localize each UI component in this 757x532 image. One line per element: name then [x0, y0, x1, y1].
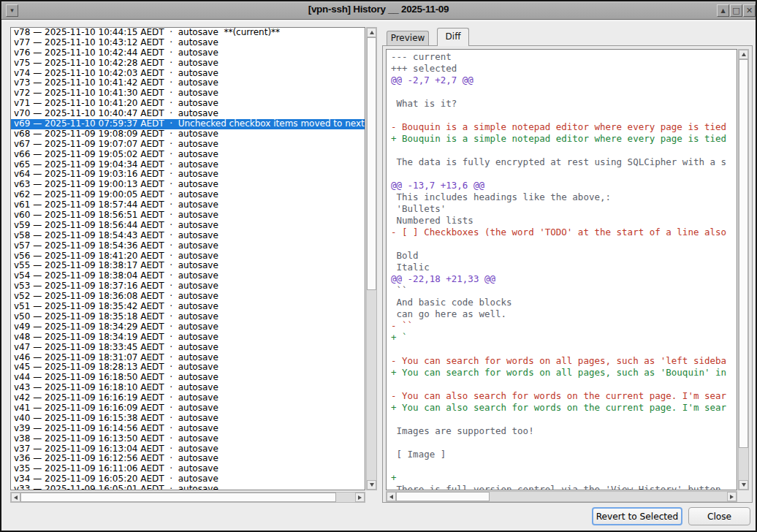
history-vscroll-thumb[interactable]	[367, 37, 376, 290]
scroll-up-icon	[370, 31, 374, 34]
history-item[interactable]: v59 — 2025-11-09 18:56:44 AEDT · autosav…	[11, 221, 365, 231]
history-item[interactable]: v77 — 2025-11-10 10:43:12 AEDT · autosav…	[11, 38, 365, 48]
scroll-down-button[interactable]	[367, 480, 376, 490]
scroll-down-icon	[742, 483, 746, 487]
history-item[interactable]: v72 — 2025-11-10 10:41:30 AEDT · autosav…	[11, 88, 365, 99]
diff-line: 'Bullets'	[391, 203, 737, 215]
history-item[interactable]: v44 — 2025-11-09 16:18:50 AEDT · autosav…	[11, 373, 365, 383]
history-hscroll-thumb[interactable]	[20, 493, 336, 502]
titlebar[interactable]: ▾ [vpn-ssh] History __ 2025-11-09 ▲ □ ✕	[1, 1, 756, 20]
history-list[interactable]: v78 — 2025-11-10 10:44:15 AEDT · autosav…	[10, 27, 365, 490]
maximize-button[interactable]: □	[730, 4, 742, 17]
diff-line: And basic code blocks	[391, 297, 737, 308]
history-item[interactable]: v58 — 2025-11-09 18:54:43 AEDT · autosav…	[11, 231, 365, 241]
history-item[interactable]: v60 — 2025-11-09 18:56:51 AEDT · autosav…	[11, 210, 365, 221]
scroll-right-button[interactable]	[727, 492, 737, 501]
diff-line: - [ ] Checkboxes (the word 'TODO' at the…	[391, 227, 737, 238]
window-title: [vpn-ssh] History __ 2025-11-09	[1, 4, 756, 15]
history-item[interactable]: v42 — 2025-11-09 16:16:19 AEDT · autosav…	[11, 393, 365, 403]
history-item[interactable]: v68 — 2025-11-09 19:08:09 AEDT · autosav…	[11, 129, 365, 140]
diff-line: - Bouquin is a simple notepad editor whe…	[391, 121, 737, 133]
diff-line	[391, 110, 737, 121]
diff-line: Bold	[391, 250, 737, 262]
history-item[interactable]: v62 — 2025-11-09 19:00:05 AEDT · autosav…	[11, 190, 365, 200]
diff-line	[391, 86, 737, 98]
diff-line: The data is fully encrypted at rest usin…	[391, 156, 737, 168]
history-item[interactable]: v39 — 2025-11-09 16:14:56 AEDT · autosav…	[11, 424, 365, 434]
diff-line	[391, 414, 737, 425]
close-window-button[interactable]: ✕	[743, 4, 756, 17]
history-item[interactable]: v38 — 2025-11-09 16:13:50 AEDT · autosav…	[11, 434, 365, 444]
diff-line: Images are supported too!	[391, 425, 737, 437]
scroll-up-button[interactable]	[367, 28, 376, 37]
history-item[interactable]: v45 — 2025-11-09 18:28:13 AEDT · autosav…	[11, 362, 365, 373]
diff-hscroll-thumb[interactable]	[396, 492, 490, 501]
diff-vscroll-thumb[interactable]	[739, 59, 748, 448]
history-item[interactable]: v63 — 2025-11-09 19:00:13 AEDT · autosav…	[11, 180, 365, 190]
history-item[interactable]: v76 — 2025-11-10 10:42:44 AEDT · autosav…	[11, 48, 365, 58]
history-item[interactable]: v40 — 2025-11-09 16:15:38 AEDT · autosav…	[11, 414, 365, 424]
history-item[interactable]: v74 — 2025-11-10 10:42:03 AEDT · autosav…	[11, 69, 365, 79]
diff-line	[391, 460, 737, 472]
history-item[interactable]: v49 — 2025-11-09 18:34:29 AEDT · autosav…	[11, 322, 365, 332]
diff-line	[391, 379, 737, 390]
history-window: ▾ [vpn-ssh] History __ 2025-11-09 ▲ □ ✕ …	[0, 0, 757, 532]
scroll-up-button[interactable]	[739, 50, 748, 59]
close-button[interactable]: Close	[688, 507, 750, 525]
history-item[interactable]: v54 — 2025-11-09 18:38:04 AEDT · autosav…	[11, 271, 365, 281]
diff-horizontal-scrollbar[interactable]	[386, 491, 737, 502]
history-item[interactable]: v36 — 2025-11-09 16:12:56 AEDT · autosav…	[11, 454, 365, 464]
diff-text[interactable]: --- current+++ selected@@ -2,7 +2,7 @@ W…	[386, 49, 737, 490]
history-item[interactable]: v34 — 2025-11-09 16:05:20 AEDT · autosav…	[11, 474, 365, 484]
history-item[interactable]: v37 — 2025-11-09 16:13:04 AEDT · autosav…	[11, 444, 365, 455]
scroll-up-icon	[742, 53, 746, 56]
history-item[interactable]: v73 — 2025-11-10 10:41:42 AEDT · autosav…	[11, 78, 365, 88]
scroll-left-button[interactable]	[11, 493, 20, 502]
history-item[interactable]: v33 — 2025-11-09 16:05:01 AEDT · autosav…	[11, 484, 365, 490]
history-item[interactable]: v35 — 2025-11-09 16:11:06 AEDT · autosav…	[11, 464, 365, 474]
history-item[interactable]: v51 — 2025-11-09 18:35:42 AEDT · autosav…	[11, 302, 365, 312]
history-item[interactable]: v67 — 2025-11-09 19:07:07 AEDT · autosav…	[11, 140, 365, 150]
maximize-icon: □	[732, 7, 739, 15]
history-item[interactable]: v75 — 2025-11-10 10:42:28 AEDT · autosav…	[11, 58, 365, 69]
history-item[interactable]: v71 — 2025-11-10 10:41:20 AEDT · autosav…	[11, 99, 365, 109]
history-item[interactable]: v56 — 2025-11-09 18:41:20 AEDT · autosav…	[11, 251, 365, 262]
diff-line: [ Image ]	[391, 449, 737, 460]
scroll-left-button[interactable]	[387, 492, 396, 501]
scroll-down-icon	[370, 483, 374, 487]
diff-line	[391, 145, 737, 156]
shade-button[interactable]: ▲	[717, 4, 729, 17]
history-item[interactable]: v50 — 2025-11-09 18:35:18 AEDT · autosav…	[11, 312, 365, 322]
diff-line: + `	[391, 332, 737, 343]
scroll-down-button[interactable]	[739, 480, 748, 490]
shade-icon: ▲	[720, 8, 725, 14]
diff-line	[391, 238, 737, 250]
history-vertical-scrollbar[interactable]	[366, 27, 377, 490]
diff-line	[391, 343, 737, 355]
history-item[interactable]: v64 — 2025-11-09 19:03:16 AEDT · autosav…	[11, 170, 365, 180]
scroll-left-icon	[389, 495, 393, 499]
history-item[interactable]: v66 — 2025-11-09 19:05:02 AEDT · autosav…	[11, 150, 365, 160]
history-item[interactable]: v53 — 2025-11-09 18:37:16 AEDT · autosav…	[11, 281, 365, 292]
diff-line: What is it?	[391, 98, 737, 110]
history-horizontal-scrollbar[interactable]	[10, 492, 365, 503]
scroll-right-button[interactable]	[355, 493, 365, 502]
tab-preview[interactable]: Preview	[387, 31, 429, 45]
history-item[interactable]: v47 — 2025-11-09 18:33:45 AEDT · autosav…	[11, 343, 365, 353]
history-item[interactable]: v78 — 2025-11-10 10:44:15 AEDT · autosav…	[11, 28, 365, 38]
history-item[interactable]: v61 — 2025-11-09 18:57:44 AEDT · autosav…	[11, 200, 365, 210]
history-item[interactable]: v57 — 2025-11-09 18:54:36 AEDT · autosav…	[11, 241, 365, 251]
history-item[interactable]: v43 — 2025-11-09 16:18:10 AEDT · autosav…	[11, 383, 365, 393]
history-item[interactable]: v41 — 2025-11-09 16:16:09 AEDT · autosav…	[11, 403, 365, 414]
history-item[interactable]: v69 — 2025-11-10 07:59:37 AEDT · Uncheck…	[11, 119, 365, 129]
history-item[interactable]: v52 — 2025-11-09 18:36:08 AEDT · autosav…	[11, 292, 365, 302]
revert-to-selected-button[interactable]: Revert to Selected	[592, 507, 682, 525]
history-item[interactable]: v48 — 2025-11-09 18:34:19 AEDT · autosav…	[11, 332, 365, 343]
history-item[interactable]: v46 — 2025-11-09 18:31:07 AEDT · autosav…	[11, 353, 365, 363]
window-content: v78 — 2025-11-10 10:44:15 AEDT · autosav…	[1, 20, 756, 531]
history-item[interactable]: v70 — 2025-11-10 10:40:47 AEDT · autosav…	[11, 109, 365, 119]
history-item[interactable]: v65 — 2025-11-09 19:04:34 AEDT · autosav…	[11, 160, 365, 170]
history-item[interactable]: v55 — 2025-11-09 18:38:17 AEDT · autosav…	[11, 261, 365, 271]
diff-vertical-scrollbar[interactable]	[738, 49, 749, 490]
tab-diff[interactable]: Diff	[437, 28, 469, 46]
